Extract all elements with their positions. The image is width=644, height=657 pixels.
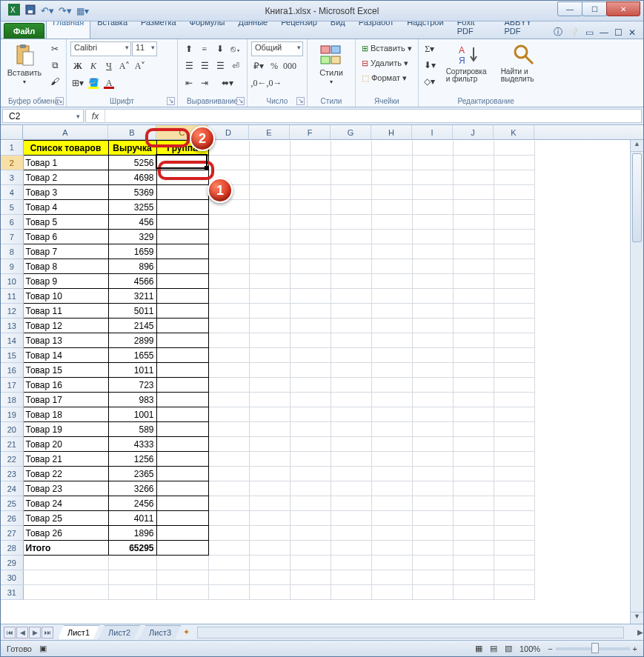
cell[interactable] bbox=[156, 541, 208, 556]
cell[interactable]: Товар 7 bbox=[23, 244, 108, 259]
cell[interactable]: 456 bbox=[108, 215, 156, 230]
close-button[interactable]: ✕ bbox=[606, 1, 640, 16]
cell[interactable] bbox=[371, 526, 412, 541]
cell[interactable] bbox=[453, 437, 494, 452]
cell[interactable] bbox=[412, 289, 453, 304]
cell[interactable] bbox=[23, 570, 108, 585]
cell[interactable] bbox=[371, 304, 412, 319]
cell[interactable] bbox=[331, 244, 371, 259]
cell[interactable] bbox=[156, 348, 208, 363]
view-normal-icon[interactable]: ▦ bbox=[475, 644, 482, 653]
cell[interactable]: 329 bbox=[108, 230, 156, 244]
cell[interactable] bbox=[331, 200, 371, 215]
cell[interactable] bbox=[249, 156, 290, 170]
row-header[interactable]: 20 bbox=[1, 422, 23, 437]
cell[interactable] bbox=[412, 363, 453, 378]
ribbon-minimize-icon[interactable]: ⓘ bbox=[554, 26, 562, 39]
cell[interactable] bbox=[156, 585, 208, 600]
cell[interactable] bbox=[108, 585, 156, 600]
currency-icon[interactable]: ₽▾ bbox=[251, 59, 266, 73]
cell[interactable]: 983 bbox=[108, 393, 156, 407]
zoom-out-icon[interactable]: − bbox=[548, 644, 552, 653]
cell[interactable] bbox=[453, 319, 494, 333]
cell[interactable] bbox=[494, 467, 534, 481]
cell[interactable] bbox=[249, 333, 290, 348]
cell[interactable]: Товар 8 bbox=[23, 259, 108, 274]
cell[interactable] bbox=[371, 363, 412, 378]
cell[interactable] bbox=[453, 481, 494, 496]
clipboard-launcher[interactable]: ↘ bbox=[56, 97, 64, 105]
cell[interactable] bbox=[208, 363, 249, 378]
cell[interactable] bbox=[371, 230, 412, 244]
number-format-combo[interactable]: Общий bbox=[251, 41, 303, 56]
cell[interactable] bbox=[453, 156, 494, 170]
cell[interactable] bbox=[371, 244, 412, 259]
row-header[interactable]: 24 bbox=[1, 481, 23, 496]
cell[interactable] bbox=[494, 585, 534, 600]
cell[interactable]: 4566 bbox=[108, 274, 156, 289]
cell[interactable] bbox=[371, 585, 412, 600]
cell[interactable] bbox=[371, 274, 412, 289]
cell[interactable]: 896 bbox=[108, 259, 156, 274]
cell[interactable] bbox=[331, 215, 371, 230]
cell[interactable] bbox=[331, 541, 371, 556]
cell[interactable] bbox=[249, 541, 290, 556]
cell[interactable] bbox=[208, 467, 249, 481]
cell[interactable] bbox=[208, 511, 249, 526]
cell[interactable] bbox=[412, 422, 453, 437]
cell[interactable] bbox=[249, 319, 290, 333]
cell[interactable] bbox=[249, 244, 290, 259]
cell[interactable] bbox=[412, 156, 453, 170]
cell[interactable] bbox=[453, 393, 494, 407]
cell[interactable] bbox=[290, 259, 331, 274]
cell[interactable] bbox=[156, 200, 208, 215]
select-all-corner[interactable] bbox=[1, 125, 23, 139]
cell[interactable] bbox=[290, 185, 331, 200]
row-header[interactable]: 23 bbox=[1, 467, 23, 481]
sheet-tab[interactable]: Лист3 bbox=[139, 625, 181, 639]
cell[interactable]: 4011 bbox=[108, 511, 156, 526]
sheet-last-icon[interactable]: ⏭ bbox=[42, 627, 53, 638]
cell[interactable] bbox=[371, 215, 412, 230]
cell[interactable] bbox=[494, 511, 534, 526]
cell[interactable] bbox=[412, 570, 453, 585]
cell[interactable] bbox=[208, 230, 249, 244]
wrap-text-icon[interactable]: ⏎ bbox=[228, 59, 243, 73]
cell[interactable] bbox=[208, 274, 249, 289]
scroll-up-icon[interactable]: ▲ bbox=[631, 140, 643, 152]
cell[interactable] bbox=[290, 467, 331, 481]
cell[interactable] bbox=[453, 496, 494, 511]
cut-icon[interactable]: ✂ bbox=[47, 41, 62, 56]
cell[interactable] bbox=[208, 422, 249, 437]
scroll-thumb[interactable] bbox=[632, 153, 642, 242]
maximize-button[interactable]: ☐ bbox=[582, 1, 607, 16]
col-header-F[interactable]: F bbox=[290, 125, 331, 139]
cell[interactable] bbox=[108, 570, 156, 585]
cell[interactable] bbox=[208, 496, 249, 511]
row-header[interactable]: 5 bbox=[1, 200, 23, 215]
row-header[interactable]: 28 bbox=[1, 541, 23, 556]
cell[interactable] bbox=[290, 496, 331, 511]
cell[interactable] bbox=[156, 481, 208, 496]
cell[interactable] bbox=[331, 585, 371, 600]
cell[interactable] bbox=[412, 348, 453, 363]
inc-decimal-icon[interactable]: ,0← bbox=[251, 76, 266, 90]
cell[interactable] bbox=[290, 407, 331, 422]
zoom-slider[interactable] bbox=[556, 647, 630, 650]
cell[interactable] bbox=[412, 200, 453, 215]
cell[interactable] bbox=[494, 481, 534, 496]
cell[interactable] bbox=[208, 333, 249, 348]
row-header[interactable]: 22 bbox=[1, 452, 23, 467]
cell[interactable] bbox=[494, 259, 534, 274]
cell[interactable] bbox=[290, 333, 331, 348]
row-header[interactable]: 26 bbox=[1, 511, 23, 526]
cell[interactable] bbox=[371, 511, 412, 526]
cell[interactable]: 1256 bbox=[108, 452, 156, 467]
cell[interactable] bbox=[290, 422, 331, 437]
cell[interactable] bbox=[156, 274, 208, 289]
row-header[interactable]: 13 bbox=[1, 319, 23, 333]
cell[interactable] bbox=[494, 200, 534, 215]
cell[interactable] bbox=[208, 407, 249, 422]
cell[interactable] bbox=[331, 496, 371, 511]
cell[interactable] bbox=[290, 378, 331, 393]
